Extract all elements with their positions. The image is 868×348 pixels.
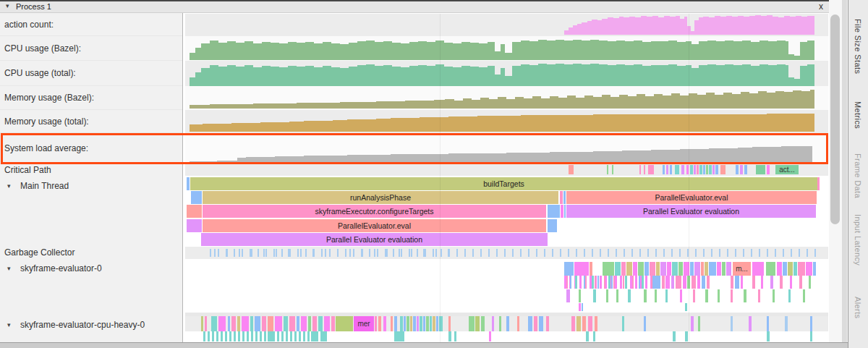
trace-slice[interactable]: [258, 249, 259, 257]
trace-slice[interactable]: [662, 276, 665, 289]
collapse-skyframe-evaluator-cpu-heavy-0-icon[interactable]: ▾: [7, 318, 11, 331]
trace-slice[interactable]: [225, 331, 227, 341]
trace-slice[interactable]: [413, 316, 416, 331]
trace-slice[interactable]: [579, 276, 582, 289]
trace-slice[interactable]: [681, 165, 684, 174]
trace-slice[interactable]: [653, 276, 660, 289]
trace-slice[interactable]: [751, 249, 752, 257]
trace-slice[interactable]: [506, 316, 509, 331]
trace-slice[interactable]: [383, 316, 386, 331]
trace-slice[interactable]: [611, 276, 613, 289]
trace-slice[interactable]: [229, 331, 231, 341]
trace-slice[interactable]: [752, 276, 755, 289]
trace-slice[interactable]: [616, 289, 618, 302]
trace-slice[interactable]: [584, 249, 585, 257]
trace-slice[interactable]: [584, 276, 585, 289]
trace-slice[interactable]: [791, 249, 792, 257]
trace-slice[interactable]: [593, 289, 596, 302]
trace-slice[interactable]: [707, 276, 710, 289]
trace-slice[interactable]: [780, 276, 783, 289]
trace-slice[interactable]: [393, 249, 394, 257]
trace-slice[interactable]: [407, 316, 409, 331]
trace-slice[interactable]: [205, 316, 207, 331]
trace-slice[interactable]: [409, 249, 410, 257]
trace-slice[interactable]: [435, 249, 437, 257]
trace-slice[interactable]: [417, 249, 418, 257]
sidebar-tab-input-latency[interactable]: Input Latency: [854, 214, 862, 266]
trace-slice[interactable]: [773, 289, 775, 302]
trace-slice[interactable]: [592, 249, 593, 257]
trace-slice[interactable]: [814, 249, 816, 257]
trace-slice[interactable]: [807, 249, 808, 257]
trace-slice[interactable]: [201, 316, 203, 331]
trace-slice[interactable]: [817, 177, 820, 190]
trace-slice[interactable]: [410, 316, 412, 331]
trace-slice[interactable]: [579, 303, 581, 311]
trace-slice[interactable]: [218, 316, 226, 331]
trace-slice[interactable]: [560, 249, 561, 257]
trace-slice[interactable]: [752, 262, 764, 276]
collapse-main-thread-icon[interactable]: ▾: [7, 179, 11, 192]
trace-slice[interactable]: [685, 303, 687, 311]
trace-slice[interactable]: [265, 249, 267, 257]
trace-slice[interactable]: [242, 316, 249, 331]
trace-slice[interactable]: [399, 249, 400, 257]
trace-slice[interactable]: [496, 249, 498, 257]
trace-slice[interactable]: [417, 316, 419, 331]
trace-slice[interactable]: [647, 249, 649, 257]
trace-slice[interactable]: [263, 249, 265, 257]
trace-slice[interactable]: [386, 249, 388, 257]
trace-slice[interactable]: [741, 276, 743, 289]
trace-slice[interactable]: [520, 249, 522, 257]
trace-slice[interactable]: [749, 316, 752, 331]
trace-slice[interactable]: [758, 289, 760, 302]
trace-slice[interactable]: [685, 331, 688, 341]
trace-slice[interactable]: [539, 316, 543, 331]
trace-slice[interactable]: [731, 276, 733, 289]
trace-slice[interactable]: [420, 316, 422, 331]
trace-slice[interactable]: [706, 165, 708, 174]
trace-slice[interactable]: [528, 249, 529, 257]
trace-slice[interactable]: [608, 249, 609, 257]
trace-slice[interactable]: [464, 249, 466, 257]
trace-slice[interactable]: [318, 316, 323, 331]
trace-slice[interactable]: [548, 219, 557, 232]
trace-slice[interactable]: [564, 205, 566, 218]
trace-slice[interactable]: [238, 331, 240, 341]
trace-slice[interactable]: [264, 331, 266, 341]
trace-slice[interactable]: [512, 249, 514, 257]
trace-slice[interactable]: [546, 316, 549, 331]
collapse-skyframe-evaluator-0-icon[interactable]: ▾: [7, 262, 11, 275]
trace-slice[interactable]: [560, 191, 563, 204]
trace-slice[interactable]: [743, 249, 744, 257]
trace-slice[interactable]: [701, 262, 704, 276]
trace-slice[interactable]: [793, 262, 797, 276]
sidebar-tab-file-size-stats[interactable]: File Size Stats: [854, 19, 862, 74]
trace-slice[interactable]: [362, 249, 363, 257]
trace-slice[interactable]: [799, 249, 800, 257]
trace-slice[interactable]: [719, 249, 720, 257]
trace-slice[interactable]: [571, 316, 575, 331]
trace-slice[interactable]: [504, 249, 506, 257]
trace-slice[interactable]: [697, 276, 700, 289]
trace-slice[interactable]: [709, 262, 716, 276]
trace-slice[interactable]: [671, 249, 673, 257]
trace-slice[interactable]: [448, 249, 449, 257]
trace-slice[interactable]: [691, 316, 694, 331]
trace-slice[interactable]: [767, 316, 769, 331]
horizontal-scrollbar[interactable]: [0, 342, 848, 348]
trace-slice[interactable]: [475, 316, 480, 331]
trace-slice[interactable]: [325, 249, 326, 257]
trace-slice[interactable]: [211, 316, 217, 331]
trace-slice[interactable]: [639, 249, 641, 257]
trace-slice[interactable]: [311, 331, 318, 341]
trace-slice[interactable]: [663, 249, 665, 257]
trace-slice[interactable]: [336, 316, 353, 331]
trace-slice[interactable]: [247, 331, 249, 341]
trace-slice[interactable]: [321, 331, 327, 341]
trace-slice[interactable]: [454, 331, 456, 341]
trace-slice[interactable]: [655, 289, 657, 302]
trace-slice[interactable]: act...: [775, 165, 799, 174]
trace-slice[interactable]: [644, 262, 649, 276]
trace-slice[interactable]: [600, 249, 601, 257]
